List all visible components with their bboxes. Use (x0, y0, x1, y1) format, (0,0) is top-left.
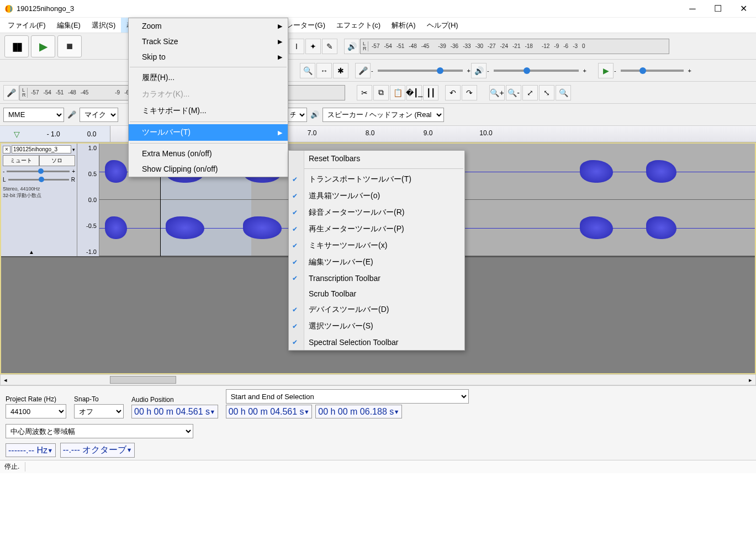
rec-meter-mic-icon[interactable]: 🎤 (3, 85, 19, 100)
input-channels-select[interactable]: チ (285, 108, 307, 122)
toolbar-menu-item[interactable]: ✔道具箱ツールバー(o) (289, 188, 464, 204)
rec-volume-slider[interactable] (378, 70, 463, 72)
view-menu-item[interactable]: 履歴(H)... (129, 70, 288, 86)
zoom-sel-button[interactable]: ⤢ (522, 85, 538, 100)
playback-meter[interactable]: LR -57-54-51-48-45-39-36-33-30-27-24-21-… (360, 39, 669, 54)
toolbar-menu-item[interactable]: ✔Transcription Toolbar (289, 271, 464, 286)
project-rate-select[interactable]: 44100 (6, 404, 66, 418)
toolbar-menu-item[interactable]: ✔ミキサーツールバー(x) (289, 237, 464, 254)
toolbar-menu-item[interactable]: Scrub Toolbar (289, 286, 464, 301)
input-device-select[interactable]: マイク (80, 108, 118, 122)
zoom-in-button[interactable]: 🔍+ (489, 85, 505, 100)
play-vol-icon: 🔊 (471, 63, 487, 78)
transport-row: ▮▮ ▶ ■ I✦✎ 🔊 LR -57-54-51-48-45-39-36-33… (0, 33, 756, 60)
menu-解析(A)[interactable]: 解析(A) (386, 18, 421, 33)
view-menu-item[interactable]: Zoom▶ (129, 18, 288, 34)
minimize-button[interactable]: ─ (680, 0, 705, 18)
track-close-button[interactable]: × (3, 146, 10, 153)
playhead-triangle-icon[interactable]: ▽ (14, 130, 20, 139)
scroll-right-button[interactable]: ▸ (746, 377, 755, 384)
scroll-thumb[interactable] (110, 376, 176, 384)
view-menu-item[interactable]: Extra Menus (on/off) (129, 146, 288, 161)
snap-to-select[interactable]: オフ (74, 404, 124, 418)
audio-host-select[interactable]: MME (3, 108, 64, 122)
track-panel[interactable]: × 190125nihongo_3 ▾ ミュート ソロ -+ LR Stereo… (1, 144, 77, 256)
track-collapse-button[interactable]: ▲ (29, 249, 34, 255)
tool-timeshift[interactable]: ↔ (316, 63, 332, 78)
menu-編集(E)[interactable]: 編集(E) (51, 18, 86, 33)
playback-speed-slider[interactable] (621, 70, 684, 72)
undo-button[interactable]: ↶ (445, 85, 461, 100)
copy-button[interactable]: ⧉ (373, 85, 389, 100)
trim-button[interactable]: �┃⎯ (406, 85, 422, 100)
silence-button[interactable]: ┃┃ (423, 85, 438, 100)
view-menu: Zoom▶Track Size▶Skip to▶履歴(H)...カラオケ(K).… (128, 18, 288, 177)
maximize-button[interactable]: ☐ (705, 0, 731, 18)
pan-slider[interactable] (8, 179, 69, 181)
track-menu-chevron-icon[interactable]: ▾ (72, 147, 75, 152)
output-device-select[interactable]: スピーカー / ヘッドフォン (Real (323, 108, 444, 122)
transcription-play-button[interactable]: ▶ (598, 63, 614, 78)
selection-start[interactable]: 00 h 00 m 04.561 s▾ (226, 405, 313, 418)
mic-icon: 🎤 (67, 110, 76, 119)
toolbar-menu-item[interactable]: ✔編集ツールバー(E) (289, 254, 464, 271)
view-menu-item[interactable]: Skip to▶ (129, 49, 288, 65)
tool-zoom[interactable]: 🔍 (300, 63, 315, 78)
project-rate-label: Project Rate (Hz) (6, 395, 66, 403)
close-button[interactable]: ✕ (731, 0, 756, 18)
titlebar: 190125nihongo_3 ─ ☐ ✕ (0, 0, 756, 18)
speaker-icon: 🔊 (310, 110, 319, 119)
audio-position[interactable]: 00 h 00 m 04.561 s▾ (131, 405, 218, 418)
selection-end[interactable]: 00 h 00 m 06.188 s▾ (315, 405, 402, 418)
audio-position-label: Audio Position (131, 396, 218, 404)
zoom-toggle-button[interactable]: 🔍 (556, 85, 571, 100)
bandwidth[interactable]: --.--- オクターブ▾ (60, 443, 135, 458)
rec-vol-plus: + (467, 67, 470, 74)
toolbar-menu-item[interactable]: ✔録音メーターツールバー(R) (289, 204, 464, 221)
paste-button[interactable]: 📋 (390, 85, 405, 100)
view-menu-item[interactable]: ツールバー(T)▶ (129, 124, 288, 141)
track-meta: Stereo, 44100Hz32-bit 浮動小数点 (3, 186, 75, 199)
pause-button[interactable]: ▮▮ (4, 35, 29, 57)
redo-button[interactable]: ↷ (462, 85, 477, 100)
view-menu-item[interactable]: ミキサボード(M)... (129, 103, 288, 119)
selection-mode-select[interactable]: Start and End of Selection (226, 389, 469, 404)
spectral-mode-select[interactable]: 中心周波数と帯域幅 (6, 424, 193, 438)
view-menu-item[interactable]: Track Size▶ (129, 34, 288, 49)
toolbar-menu-item[interactable]: ✔Spectral Selection Toolbar (289, 335, 464, 350)
cut-button[interactable]: ✂ (357, 85, 372, 100)
menubar: ファイル(F)編集(E)選択(S)表示(V)録音と再生(r)トラック(T)ジェネ… (0, 18, 756, 33)
horizontal-scrollbar[interactable]: ◂ ▸ (0, 374, 756, 385)
zoom-out-button[interactable]: 🔍- (506, 85, 521, 100)
toolbars: ▮▮ ▶ ■ I✦✎ 🔊 LR -57-54-51-48-45-39-36-33… (0, 33, 756, 126)
zoom-fit-button[interactable]: ⤡ (539, 85, 554, 100)
play-button[interactable]: ▶ (31, 35, 55, 57)
track-name[interactable]: 190125nihongo_3 (12, 145, 71, 153)
tool-draw[interactable]: ✎ (322, 39, 337, 54)
play-meter-icon[interactable]: 🔊 (344, 39, 360, 54)
toolbar-menu-item[interactable]: ✔トランスポートツールバー(T) (289, 171, 464, 188)
toolbar-menu-item[interactable]: ✔デバイスツールバー(D) (289, 301, 464, 318)
stop-button[interactable]: ■ (57, 35, 82, 57)
center-frequency[interactable]: ------.-- Hz▾ (6, 443, 56, 457)
toolbar-menu-item[interactable]: ✔再生メーターツールバー(P) (289, 221, 464, 237)
tool-multi[interactable]: ✱ (333, 63, 348, 78)
mute-button[interactable]: ミュート (3, 155, 39, 166)
menu-ヘルプ(H)[interactable]: ヘルプ(H) (421, 18, 464, 33)
scroll-left-button[interactable]: ◂ (1, 377, 10, 384)
menu-選択(S)[interactable]: 選択(S) (86, 18, 121, 33)
menu-ファイル(F)[interactable]: ファイル(F) (2, 18, 51, 33)
toolbar-submenu: Reset Toolbars✔トランスポートツールバー(T)✔道具箱ツールバー(… (288, 150, 465, 351)
timeline-ruler[interactable]: ▽ - 1.0 0.0 4.05.06.07.08.09.010.0 (0, 126, 756, 142)
menu-エフェクト(c)[interactable]: エフェクト(c) (331, 18, 386, 33)
gain-slider[interactable] (7, 171, 70, 172)
tool-select[interactable]: I (289, 39, 304, 54)
play-volume-slider[interactable] (494, 70, 579, 72)
rec-vol-minus: - (371, 67, 373, 74)
solo-button[interactable]: ソロ (39, 155, 76, 166)
view-menu-item[interactable]: Show Clipping (on/off) (129, 161, 288, 177)
rec-level-mic-icon[interactable]: 🎤 (355, 63, 371, 78)
toolbar-menu-item[interactable]: Reset Toolbars (289, 151, 464, 166)
tool-envelope[interactable]: ✦ (305, 39, 321, 54)
toolbar-menu-item[interactable]: ✔選択ツールバー(S) (289, 318, 464, 335)
